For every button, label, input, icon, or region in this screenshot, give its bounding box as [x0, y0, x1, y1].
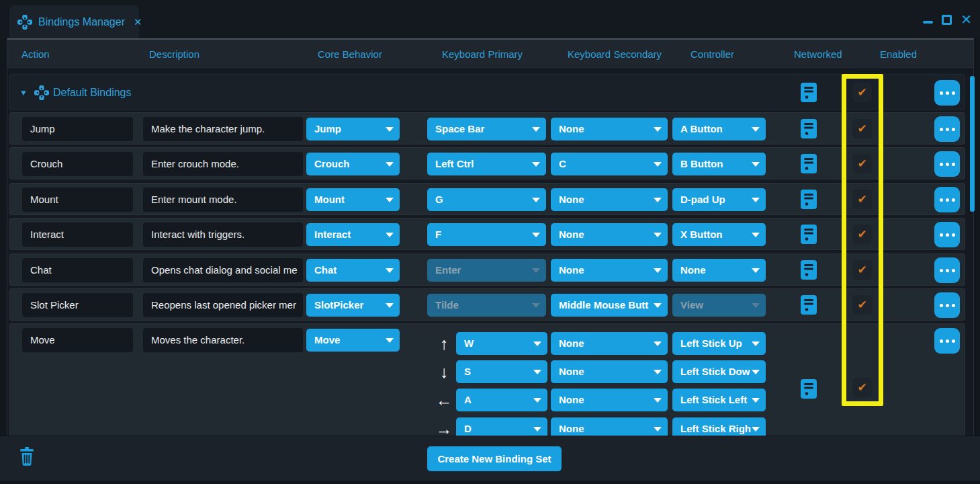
core-behavior-dropdown[interactable]: Chat — [306, 259, 400, 282]
enabled-checkbox[interactable]: ✔ — [852, 260, 872, 280]
controller-dropdown[interactable]: Left Stick Up — [672, 332, 766, 355]
keyboard-secondary-dropdown[interactable]: None — [551, 188, 668, 211]
keyboard-primary-dropdown[interactable]: Left Ctrl — [427, 153, 546, 175]
delete-binding-set-button[interactable] — [19, 447, 35, 467]
tab-close-icon[interactable]: ✕ — [134, 16, 142, 28]
column-controller: Controller — [691, 40, 734, 69]
dropdown-value: S — [464, 360, 533, 383]
action-field[interactable]: Slot Picker — [22, 293, 133, 317]
binding-row-mount: Mount Enter mount mode. Mount G None D-p… — [9, 183, 965, 215]
controller-dropdown[interactable]: B Button — [672, 153, 766, 175]
column-action: Action — [21, 40, 50, 69]
dot-icon — [952, 304, 955, 307]
networked-icon — [801, 154, 817, 173]
arrow-left-icon: ← — [433, 389, 455, 411]
keyboard-primary-dropdown[interactable]: G — [427, 188, 546, 211]
keyboard-primary-dropdown[interactable]: Space Bar — [427, 118, 546, 140]
core-behavior-dropdown[interactable]: Crouch — [306, 153, 400, 175]
keyboard-secondary-dropdown[interactable]: None — [551, 259, 668, 282]
description-field[interactable]: Reopens last opened picker mer — [143, 293, 303, 317]
chevron-down-icon — [752, 341, 760, 346]
keyboard-primary-dropdown[interactable]: W — [456, 332, 547, 355]
core-behavior-dropdown[interactable]: Mount — [306, 188, 400, 211]
chevron-down-icon — [752, 398, 760, 403]
more-options-button[interactable] — [934, 116, 960, 142]
action-field[interactable]: Move — [22, 328, 133, 352]
bindings-manager-icon — [17, 15, 32, 30]
enabled-checkbox[interactable]: ✔ — [852, 295, 872, 315]
tab-bindings-manager[interactable]: Bindings Manager ✕ — [9, 5, 139, 38]
enabled-checkbox[interactable]: ✔ — [852, 378, 872, 397]
keyboard-primary-dropdown[interactable]: A — [456, 389, 547, 411]
maximize-icon[interactable] — [942, 15, 952, 25]
more-options-button[interactable] — [934, 257, 960, 283]
dot-icon — [940, 163, 943, 166]
check-icon: ✔ — [857, 86, 866, 99]
core-behavior-dropdown[interactable]: Jump — [306, 118, 400, 140]
more-options-button[interactable] — [934, 222, 960, 247]
keyboard-primary-dropdown[interactable]: F — [427, 223, 546, 246]
core-behavior-dropdown[interactable]: SlotPicker — [306, 294, 400, 317]
action-field[interactable]: Jump — [22, 117, 133, 141]
controller-dropdown[interactable]: A Button — [672, 118, 766, 140]
dot-icon — [946, 163, 949, 166]
dropdown-value: D — [464, 417, 533, 436]
more-options-button[interactable] — [934, 151, 960, 177]
keyboard-secondary-dropdown[interactable]: C — [551, 153, 668, 175]
controller-dropdown[interactable]: X Button — [672, 223, 766, 246]
controller-dropdown[interactable]: Left Stick Left — [672, 389, 766, 411]
description-field[interactable]: Enter crouch mode. — [143, 152, 303, 176]
create-new-binding-set-button[interactable]: Create New Binding Set — [427, 446, 562, 471]
more-options-button[interactable] — [934, 80, 960, 106]
enabled-checkbox[interactable]: ✔ — [852, 154, 872, 173]
chevron-down-icon — [386, 268, 394, 273]
description-field[interactable]: Make the character jump. — [143, 117, 303, 141]
controller-dropdown[interactable]: Left Stick Dow — [672, 360, 766, 383]
dropdown-value: Interact — [314, 223, 385, 246]
chevron-down-icon — [532, 233, 540, 237]
vertical-scrollbar[interactable] — [970, 76, 975, 212]
keyboard-primary-dropdown[interactable]: S — [456, 360, 547, 383]
dot-icon — [946, 304, 949, 307]
keyboard-secondary-dropdown[interactable]: None — [551, 223, 668, 246]
minimize-icon[interactable] — [923, 21, 933, 24]
keyboard-secondary-dropdown[interactable]: None — [551, 389, 668, 411]
dropdown-value: Left Stick Up — [680, 332, 751, 355]
chevron-down-icon — [654, 303, 662, 308]
core-behavior-dropdown[interactable]: Move — [306, 329, 400, 352]
core-behavior-dropdown[interactable]: Interact — [306, 223, 400, 246]
description-field[interactable]: Moves the character. — [143, 328, 303, 352]
dropdown-value: Middle Mouse Butt — [559, 294, 653, 317]
description-field[interactable]: Opens chat dialog and social me — [143, 258, 303, 282]
enabled-checkbox[interactable]: ✔ — [852, 119, 872, 138]
keyboard-secondary-dropdown[interactable]: None — [551, 332, 668, 355]
check-icon: ✔ — [857, 381, 866, 394]
arrow-up-icon: ↑ — [433, 332, 455, 355]
action-field[interactable]: Crouch — [22, 152, 133, 176]
keyboard-primary-dropdown[interactable]: D — [456, 417, 547, 436]
controller-dropdown[interactable]: D-pad Up — [672, 188, 766, 211]
enabled-checkbox[interactable]: ✔ — [852, 83, 872, 102]
enabled-checkbox[interactable]: ✔ — [852, 225, 872, 244]
action-field[interactable]: Interact — [22, 223, 133, 247]
keyboard-secondary-dropdown[interactable]: Middle Mouse Butt — [551, 294, 668, 317]
dropdown-value: Left Stick Left — [680, 389, 751, 411]
controller-dropdown[interactable]: Left Stick Righ — [672, 417, 766, 436]
keyboard-secondary-dropdown[interactable]: None — [551, 360, 668, 383]
dropdown-value: A — [464, 389, 533, 411]
action-field[interactable]: Mount — [22, 188, 133, 212]
more-options-button[interactable] — [934, 328, 960, 354]
keyboard-secondary-dropdown[interactable]: None — [551, 417, 668, 436]
more-options-button[interactable] — [934, 187, 960, 212]
more-options-button[interactable] — [934, 292, 960, 318]
enabled-checkbox[interactable]: ✔ — [852, 190, 872, 209]
keyboard-secondary-dropdown[interactable]: None — [551, 118, 668, 140]
dropdown-value: None — [559, 417, 653, 436]
dropdown-value: None — [559, 223, 653, 246]
description-field[interactable]: Enter mount mode. — [143, 188, 303, 212]
controller-dropdown[interactable]: None — [672, 259, 766, 282]
description-field[interactable]: Interact with triggers. — [143, 223, 303, 247]
window-close-icon[interactable]: ✕ — [961, 13, 972, 26]
expand-arrow-icon[interactable]: ▼ — [19, 75, 28, 111]
action-field[interactable]: Chat — [22, 258, 133, 282]
